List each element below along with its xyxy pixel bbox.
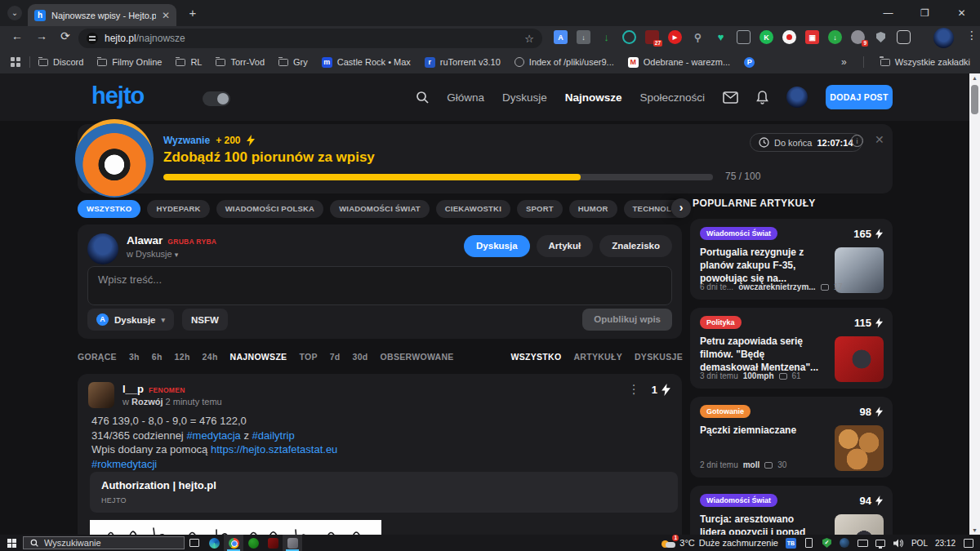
shield-extension-icon[interactable] <box>874 30 888 44</box>
translate-extension-icon[interactable]: A <box>554 30 568 44</box>
article-author[interactable]: 100mph <box>743 371 774 380</box>
nav-glowna[interactable]: Główna <box>447 91 484 104</box>
publish-button[interactable]: Opublikuj wpis <box>582 309 672 331</box>
tab-dyskusja[interactable]: Dyskusja <box>464 235 530 257</box>
save-extension-icon[interactable]: ↓ <box>828 30 842 44</box>
chip-wiadomosci-swiat[interactable]: WIADOMOŚCI ŚWIAT <box>330 200 430 218</box>
post-image[interactable] <box>90 520 381 535</box>
window-minimize-button[interactable]: — <box>870 0 906 26</box>
bookmark-item[interactable]: Torr-Vod <box>216 57 265 67</box>
scrollbar-thumb[interactable] <box>971 85 978 114</box>
article-card[interactable]: Polityka 115 Petru zapowiada serię filmó… <box>690 308 893 389</box>
post-score[interactable]: 1 <box>652 384 670 396</box>
weather-widget[interactable]: 1 3°C Duże zachmurzenie <box>662 538 778 549</box>
filter-30d[interactable]: 30d <box>353 352 368 362</box>
language-indicator[interactable]: POL <box>911 539 928 548</box>
tab-artykul[interactable]: Artykuł <box>537 235 594 257</box>
link-extension-icon[interactable]: ⚲ <box>691 30 705 44</box>
nav-najnowsze[interactable]: Najnowsze <box>565 91 622 104</box>
browser-profile-avatar[interactable] <box>933 28 954 48</box>
start-button[interactable] <box>0 535 23 551</box>
xbox-taskbar-button[interactable] <box>243 535 263 551</box>
nav-spolecznosci[interactable]: Społeczności <box>639 91 705 104</box>
messages-icon[interactable] <box>723 91 738 104</box>
post-author-avatar[interactable] <box>88 382 114 408</box>
bookmark-item[interactable]: Index of /pliki/user9... <box>514 57 614 67</box>
hashtag-link[interactable]: #rokmedytacji <box>91 458 157 470</box>
banner-close-icon[interactable]: ✕ <box>875 133 884 146</box>
filter-12h[interactable]: 12h <box>175 352 190 362</box>
user-avatar[interactable] <box>786 87 808 108</box>
filter-gorace[interactable]: GORĄCE <box>78 352 117 362</box>
theme-toggle[interactable] <box>203 91 230 106</box>
extensions-puzzle-icon[interactable] <box>897 30 911 44</box>
page-scrollbar[interactable]: ▲ ▼ <box>969 73 980 535</box>
download-extension-icon[interactable]: ↓ <box>577 30 590 44</box>
bookmark-item[interactable]: mCastle Rock • Max <box>322 57 411 68</box>
battery-tray-icon[interactable] <box>804 538 814 549</box>
nav-dyskusje[interactable]: Dyskusje <box>502 91 547 104</box>
nsfw-toggle[interactable]: NSFW <box>182 309 228 331</box>
window-restore-button[interactable]: ❐ <box>906 0 943 26</box>
tab-search-icon[interactable]: ⌄ <box>7 6 22 20</box>
app-taskbar-button[interactable] <box>263 535 283 551</box>
hejto-logo[interactable]: hejto <box>91 82 144 109</box>
goggles-extension-icon[interactable] <box>737 30 751 44</box>
forward-icon[interactable]: → <box>36 29 47 42</box>
bookmark-item[interactable]: Discord <box>38 57 83 67</box>
post-content-input[interactable] <box>87 266 672 305</box>
filter-24h[interactable]: 24h <box>203 352 218 362</box>
bookmark-star-icon[interactable]: ☆ <box>524 33 534 45</box>
add-post-button[interactable]: DODAJ POST <box>826 85 893 109</box>
tab-close-icon[interactable]: ✕ <box>162 10 170 21</box>
article-card[interactable]: Wiadomości Świat 165 Portugalia rezygnuj… <box>690 219 893 300</box>
steam-tray-icon[interactable] <box>840 538 850 549</box>
article-author[interactable]: moll <box>743 460 760 469</box>
link-preview-card[interactable]: Authorization | hejto.pl HEJTO <box>90 472 678 513</box>
site-settings-icon[interactable] <box>87 33 98 44</box>
composer-username[interactable]: Alawar <box>127 234 163 247</box>
notifier-extension-icon[interactable]: 9 <box>851 30 865 44</box>
tab-znalezisko[interactable]: Znalezisko <box>599 235 672 257</box>
filter-type-dyskusje[interactable]: DYSKUSJE <box>635 352 683 362</box>
chrome-taskbar-button[interactable] <box>224 535 243 551</box>
notifications-bell-icon[interactable] <box>756 91 768 104</box>
chip-sport[interactable]: SPORT <box>517 200 563 218</box>
chip-wiadomosci-polska[interactable]: WIADOMOŚCI POLSKA <box>216 200 323 218</box>
reload-icon[interactable]: ⟳ <box>60 29 70 42</box>
bookmark-item[interactable]: rruTorrent v3.10 <box>425 57 501 68</box>
filter-obserwowane[interactable]: OBSERWOWANE <box>381 352 454 362</box>
article-author[interactable]: owczareknietrzym... <box>738 282 815 291</box>
composer-community-select[interactable]: w Dyskusje ▾ <box>127 249 178 259</box>
edge-taskbar-button[interactable] <box>204 535 224 551</box>
taskbar-clock[interactable]: 23:12 <box>935 539 956 548</box>
category-badge[interactable]: Wiadomości Świat <box>700 227 777 240</box>
window-close-button[interactable]: ✕ <box>943 0 980 26</box>
filter-type-artykuly[interactable]: ARTYKUŁY <box>573 352 622 362</box>
search-icon[interactable] <box>416 91 429 104</box>
address-bar[interactable]: hejto.pl/najnowsze ☆ <box>78 29 542 48</box>
adblock-shield-icon[interactable]: 27 <box>645 30 659 44</box>
keyboard-tray-icon[interactable] <box>858 538 868 549</box>
scroll-down-icon[interactable]: ▼ <box>969 527 980 533</box>
network-tray-icon[interactable] <box>875 538 886 549</box>
filter-3h[interactable]: 3h <box>129 352 140 362</box>
chip-wszystko[interactable]: WSZYSTKO <box>78 200 140 218</box>
filter-type-wszystko[interactable]: WSZYSTKO <box>511 352 562 362</box>
browser-tab[interactable]: h Najnowsze wpisy - Hejto.pl ✕ <box>28 4 176 26</box>
external-link[interactable]: https://hejto.sztafetastat.eu <box>211 443 337 455</box>
video-downloader-extension-icon[interactable]: ▣ <box>805 30 819 44</box>
bookmark-item[interactable]: PZaloguj się do swoj... <box>744 57 757 68</box>
thunderbird-tray-icon[interactable]: TB <box>786 538 796 549</box>
article-card[interactable]: Wiadomości Świat 94 Turcja: aresztowano … <box>690 486 893 535</box>
article-card[interactable]: Gotowanie 98 Pączki ziemniaczane 2 dni t… <box>690 397 893 478</box>
category-badge[interactable]: Gotowanie <box>700 405 751 418</box>
category-badge[interactable]: Polityka <box>700 316 742 329</box>
chip-humor[interactable]: HUMOR <box>569 200 617 218</box>
post-author-name[interactable]: l__p <box>122 383 144 395</box>
app2-taskbar-button[interactable] <box>283 535 302 551</box>
bookmark-item[interactable]: MOdebrane - warezm... <box>628 57 730 68</box>
all-bookmarks-button[interactable]: Wszystkie zakładki <box>880 57 970 67</box>
taskbar-search[interactable] <box>23 536 185 549</box>
filter-6h[interactable]: 6h <box>152 352 163 362</box>
